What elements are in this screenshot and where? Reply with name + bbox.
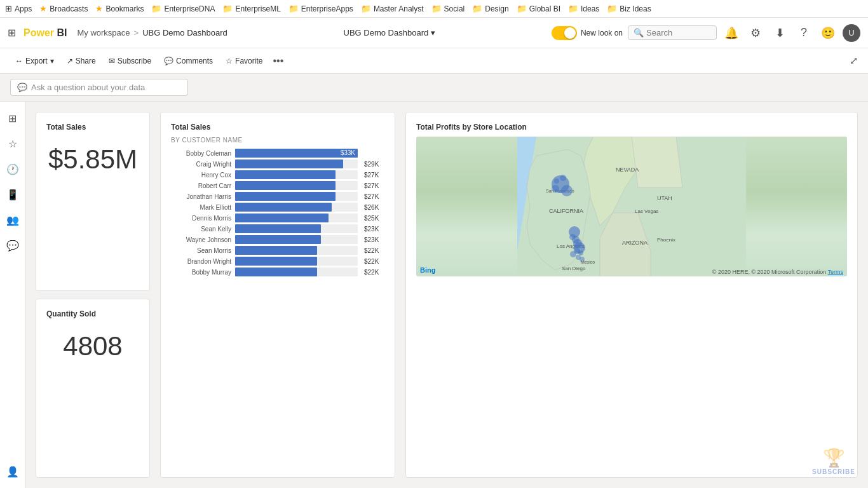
bookmark-label: Biz Ideas	[620, 4, 651, 13]
bar-row: Wayne Johnson$23K	[171, 235, 384, 244]
svg-marker-6	[632, 137, 682, 187]
toggle-switch[interactable]	[552, 26, 577, 40]
bar-value: $26K	[364, 204, 384, 211]
bar-row: Jonathan Harris$27K	[171, 192, 384, 201]
bookmark-global-bi[interactable]: 📁Global BI	[517, 4, 560, 13]
bar-track	[235, 192, 358, 201]
bookmark-label: EnterpriseML	[235, 4, 280, 13]
bar-label: Sean Morris	[171, 247, 231, 254]
workspace-link[interactable]: My workspace	[77, 28, 130, 37]
comments-button[interactable]: 💬 Comments	[159, 54, 218, 68]
logo-accent: Power	[24, 27, 54, 38]
svg-point-29	[570, 251, 576, 257]
quantity-sold-value: 4808	[46, 331, 139, 362]
export-icon: ↔	[15, 57, 23, 65]
bar-fill	[235, 268, 317, 276]
svg-text:NEVADA: NEVADA	[616, 166, 639, 173]
bing-logo: Bing	[420, 266, 435, 274]
bar-label: Mark Elliott	[171, 204, 231, 211]
bookmark-social[interactable]: 📁Social	[431, 4, 465, 13]
svg-point-19	[552, 185, 559, 193]
sidebar-item-shared[interactable]: 👥	[1, 208, 24, 231]
bookmark-broadcasts[interactable]: ★Broadcasts	[39, 4, 88, 13]
bar-chart-widget: Total Sales BY CUSTOMER NAME Bobby Colem…	[160, 112, 395, 478]
bar-fill	[235, 181, 336, 190]
bookmark-bookmarks[interactable]: ★Bookmarks	[95, 4, 144, 13]
bar-label: Bobby Coleman	[171, 150, 231, 157]
sidebar-item-home[interactable]: ⊞	[1, 107, 24, 130]
sidebar-item-profile[interactable]: 👤	[1, 460, 24, 483]
bookmark-label: Social	[444, 4, 465, 13]
bar-track	[235, 159, 358, 168]
bookmark-label: Design	[485, 4, 508, 13]
bar-fill	[235, 170, 336, 179]
download-icon[interactable]: ⬇	[770, 26, 789, 40]
ask-input[interactable]: 💬 Ask a question about your data	[10, 79, 188, 96]
bookmark-icon: ★	[39, 4, 47, 13]
bar-label: Robert Carr	[171, 182, 231, 189]
main-layout: ⊞ ☆ 🕐 📱 👥 💬 👤 Total Sales $5.85M Quantit…	[0, 102, 868, 488]
svg-text:San Diego: San Diego	[562, 266, 586, 271]
avatar[interactable]: U	[843, 24, 860, 42]
dashboard-link[interactable]: UBG Demo Dashboard	[142, 28, 227, 37]
more-options-icon[interactable]: •••	[270, 53, 286, 69]
bookmark-apps[interactable]: ⊞Apps	[5, 4, 32, 13]
bar-row: Bobby Murray$22K	[171, 268, 384, 276]
bar-fill	[235, 224, 321, 233]
bar-row: Henry Cox$27K	[171, 170, 384, 179]
sidebar-item-messages[interactable]: 💬	[1, 234, 24, 257]
emoji-icon[interactable]: 🙂	[818, 26, 837, 40]
bookmark-label: Apps	[15, 4, 32, 13]
export-chevron: ▾	[50, 57, 54, 65]
bar-label: Henry Cox	[171, 172, 231, 179]
settings-icon[interactable]: ⚙	[746, 26, 765, 40]
toolbar: ↔ Export ▾ ↗ Share ✉ Subscribe 💬 Comment…	[0, 48, 868, 74]
bookmark-icon: ⊞	[5, 4, 12, 13]
sidebar-item-apps[interactable]: 📱	[1, 183, 24, 206]
bookmark-ideas[interactable]: 📁Ideas	[568, 4, 599, 13]
bookmark-label: Ideas	[581, 4, 599, 13]
bar-track	[235, 181, 358, 190]
bar-track	[235, 235, 358, 244]
bar-track	[235, 224, 358, 233]
grid-icon[interactable]: ⊞	[8, 27, 16, 39]
bookmark-enterpriseapps[interactable]: 📁EnterpriseApps	[288, 4, 353, 13]
bookmark-icon: 📁	[222, 4, 233, 13]
bookmark-biz-ideas[interactable]: 📁Biz Ideas	[607, 4, 651, 13]
subscribe-button[interactable]: ✉ Subscribe	[104, 54, 156, 68]
bar-value: $25K	[364, 215, 384, 222]
bar-label: Bobby Murray	[171, 269, 231, 276]
bar-row: Brandon Wright$22K	[171, 257, 384, 266]
favorite-button[interactable]: ☆ Favorite	[220, 54, 268, 68]
search-input[interactable]	[646, 28, 710, 37]
share-button[interactable]: ↗ Share	[62, 54, 101, 68]
export-button[interactable]: ↔ Export ▾	[10, 54, 59, 68]
map-widget: Total Profits by Store Location	[405, 112, 858, 478]
help-icon[interactable]: ?	[794, 26, 813, 39]
chevron-down-icon[interactable]: ▾	[431, 28, 435, 37]
bookmark-label: EnterpriseApps	[301, 4, 353, 13]
bookmark-icon: 📁	[607, 4, 617, 13]
search-box[interactable]: 🔍	[628, 25, 717, 40]
bar-chart-title: Total Sales	[171, 123, 384, 132]
sidebar-item-recent[interactable]: 🕐	[1, 158, 24, 180]
svg-text:Phoenix: Phoenix	[657, 237, 675, 243]
bookmark-enterpriseml[interactable]: 📁EnterpriseML	[222, 4, 280, 13]
bar-row: Mark Elliott$26K	[171, 203, 384, 212]
header: ⊞ Power BI My workspace > UBG Demo Dashb…	[0, 18, 868, 48]
bookmark-label: Master Analyst	[374, 4, 424, 13]
bar-track	[235, 170, 358, 179]
bookmark-icon: 📁	[431, 4, 442, 13]
sidebar-item-favorites[interactable]: ☆	[1, 132, 24, 155]
ask-bar: 💬 Ask a question about your data	[0, 74, 868, 102]
bookmark-master-analyst[interactable]: 📁Master Analyst	[361, 4, 424, 13]
expand-icon[interactable]: ⤢	[850, 55, 858, 67]
bookmark-enterprisedna[interactable]: 📁EnterpriseDNA	[151, 4, 215, 13]
bar-row: Sean Kelly$23K	[171, 224, 384, 233]
notification-icon[interactable]: 🔔	[722, 26, 741, 40]
bookmark-design[interactable]: 📁Design	[472, 4, 508, 13]
search-icon: 🔍	[634, 28, 644, 37]
map-svg: NEVADA CALIFORNIA UTAH ARIZONA San Diego…	[416, 137, 847, 276]
terms-link[interactable]: Terms	[828, 269, 844, 275]
svg-point-21	[554, 179, 559, 184]
